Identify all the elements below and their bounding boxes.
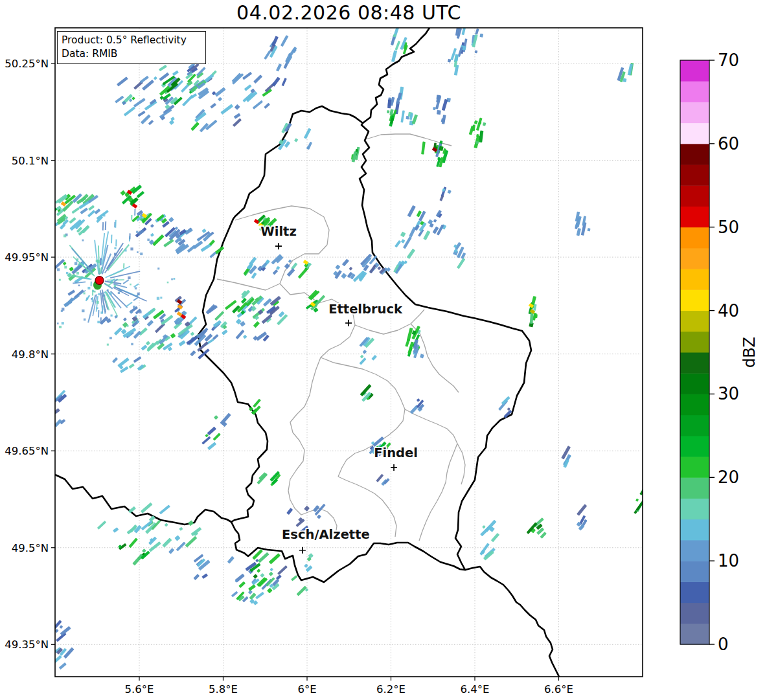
data-source-line: Data: RMIB [62, 47, 201, 61]
axis-ticks-labels: 5.6°E5.8°E6°E6.2°E6.4°E6.6°E50.25°N50.1°… [5, 58, 573, 695]
radar-map-plot: WiltzEttelbruckFindelEsch/Alzette5.6°E5.… [0, 0, 767, 700]
colorbar-tick-label: 40 [718, 301, 739, 321]
radar-echoes [51, 23, 646, 670]
colorbar: 010203040506070dBZ [680, 51, 759, 654]
product-info-line: Product: 0.5° Reflectivity [62, 34, 201, 47]
colorbar-tick-label: 70 [718, 51, 739, 70]
y-tick-label: 49.95°N [5, 251, 49, 264]
radar-site-marker [93, 276, 104, 289]
city-marker-ettelbruck: Ettelbruck [328, 302, 403, 326]
x-tick-label: 6.2°E [376, 683, 406, 695]
colorbar-axis-label: dBZ [740, 337, 759, 368]
y-tick-label: 50.25°N [5, 58, 49, 70]
map-area [29, 23, 646, 677]
colorbar-tick-label: 50 [718, 218, 739, 237]
x-tick-label: 5.6°E [125, 683, 154, 695]
colorbar-tick-label: 0 [718, 635, 729, 654]
colorbar-tick-label: 10 [718, 551, 739, 570]
city-marker-wiltz: Wiltz [260, 224, 297, 249]
svg-text:Esch/Alzette: Esch/Alzette [282, 527, 370, 542]
y-tick-label: 49.35°N [5, 638, 49, 651]
svg-text:Wiltz: Wiltz [260, 224, 297, 239]
y-tick-label: 50.1°N [12, 155, 49, 167]
x-tick-label: 6.4°E [461, 683, 490, 695]
product-info-box: Product: 0.5° Reflectivity Data: RMIB [57, 31, 206, 64]
y-tick-label: 49.8°N [12, 348, 49, 361]
colorbar-tick-label: 30 [718, 384, 739, 403]
x-tick-label: 6°E [297, 683, 316, 695]
y-tick-label: 49.65°N [5, 445, 49, 457]
city-marker-esch-alzette: Esch/Alzette [282, 527, 370, 554]
x-tick-label: 6.6°E [544, 683, 573, 695]
svg-text:Findel: Findel [374, 446, 418, 460]
city-marker-findel: Findel [374, 446, 418, 471]
radar-figure: 04.02.2026 08:48 UTC WiltzEttelbruckFind… [0, 0, 767, 700]
colorbar-tick-label: 20 [718, 468, 739, 487]
y-tick-label: 49.5°N [12, 542, 49, 554]
svg-text:Ettelbruck: Ettelbruck [328, 302, 403, 317]
map-frame [55, 28, 643, 677]
x-tick-label: 5.8°E [209, 683, 238, 695]
colorbar-tick-label: 60 [718, 134, 739, 153]
map-gridlines [55, 28, 643, 677]
